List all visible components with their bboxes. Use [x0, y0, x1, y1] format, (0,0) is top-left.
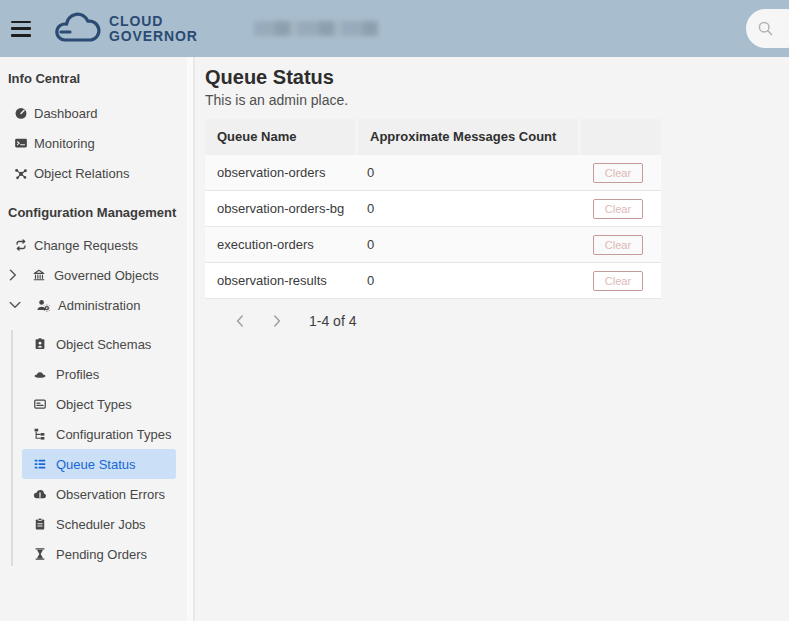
section-title-configuration-management: Configuration Management	[8, 205, 195, 220]
sidebar-item-observation-errors[interactable]: Observation Errors	[22, 479, 176, 509]
sidebar-item-scheduler-jobs[interactable]: Scheduler Jobs	[22, 509, 176, 539]
pagination: 1-4 of 4	[205, 306, 661, 336]
sidebar-item-label: Scheduler Jobs	[56, 517, 146, 532]
sidebar-item-label: Observation Errors	[56, 487, 165, 502]
sidebar-item-monitoring[interactable]: Monitoring	[0, 128, 195, 158]
relations-icon	[14, 166, 28, 180]
sidebar-item-label: Object Types	[56, 397, 132, 412]
cloud-alert-icon	[33, 487, 47, 501]
sidebar-item-configuration-types[interactable]: Configuration Types	[22, 419, 176, 449]
pagination-range-label: 1-4 of 4	[309, 313, 356, 329]
queue-table: Queue Name Approximate Messages Count ob…	[205, 119, 661, 336]
list-icon	[33, 457, 47, 471]
pagination-prev-button[interactable]	[228, 309, 252, 333]
sidebar-nav: Info Central Dashboard Monitoring	[0, 57, 195, 621]
card-icon	[33, 397, 47, 411]
sidebar-item-dashboard[interactable]: Dashboard	[0, 98, 195, 128]
queue-name-cell: observation-results	[205, 273, 355, 288]
section-title-info-central: Info Central	[8, 71, 195, 86]
sidebar-item-label: Object Relations	[34, 166, 129, 181]
sidebar-item-label: Dashboard	[34, 106, 98, 121]
sidebar-item-label: Monitoring	[34, 136, 95, 151]
administration-subtree: Object Schemas Profiles	[22, 329, 176, 569]
sidebar-item-label: Pending Orders	[56, 547, 147, 562]
table-header-row: Queue Name Approximate Messages Count	[205, 119, 661, 155]
hat-icon	[33, 367, 47, 381]
queue-name-cell: execution-orders	[205, 237, 355, 252]
sidebar-item-label: Administration	[58, 298, 140, 313]
sidebar-item-object-relations[interactable]: Object Relations	[0, 158, 195, 188]
sidebar-item-profiles[interactable]: Profiles	[22, 359, 176, 389]
clear-button[interactable]: Clear	[593, 199, 643, 219]
clear-button[interactable]: Clear	[593, 235, 643, 255]
hourglass-icon	[33, 547, 47, 561]
sidebar-item-object-schemas[interactable]: Object Schemas	[22, 329, 176, 359]
brand-line1: CLOUD	[109, 14, 198, 29]
table-row: execution-orders 0 Clear	[205, 227, 661, 263]
messages-count-cell: 0	[355, 165, 575, 180]
messages-count-cell: 0	[355, 237, 575, 252]
brand-line2: GOVERNOR	[109, 29, 198, 44]
sidebar-item-administration[interactable]: Administration	[0, 290, 195, 320]
sidebar-item-label: Queue Status	[56, 457, 136, 472]
search-box[interactable]	[746, 9, 789, 48]
sidebar-item-governed-objects[interactable]: Governed Objects	[0, 260, 195, 290]
sidebar-item-label: Governed Objects	[54, 268, 159, 283]
queue-name-cell: observation-orders	[205, 165, 355, 180]
table-row: observation-results 0 Clear	[205, 263, 661, 299]
table-row: observation-orders 0 Clear	[205, 155, 661, 191]
badge-icon	[33, 337, 47, 351]
pagination-next-button[interactable]	[265, 309, 289, 333]
dashboard-icon	[14, 106, 28, 120]
column-header-messages-count: Approximate Messages Count	[358, 119, 578, 155]
tree-list-icon	[33, 427, 47, 441]
chevron-left-icon	[235, 314, 245, 328]
page-title: Queue Status	[205, 65, 789, 89]
clear-button[interactable]: Clear	[593, 271, 643, 291]
sidebar-item-label: Object Schemas	[56, 337, 151, 352]
sidebar-item-queue-status[interactable]: Queue Status	[22, 449, 176, 479]
swap-arrows-icon	[14, 238, 28, 252]
sidebar-item-label: Profiles	[56, 367, 99, 382]
messages-count-cell: 0	[355, 273, 575, 288]
bank-icon	[32, 268, 46, 282]
messages-count-cell: 0	[355, 201, 575, 216]
admin-user-gear-icon	[36, 298, 50, 312]
monitor-icon	[14, 136, 28, 150]
top-header-bar: CLOUD GOVERNOR	[0, 0, 789, 57]
brand-wordmark: CLOUD GOVERNOR	[109, 14, 198, 44]
cloud-logo-icon	[48, 10, 102, 48]
sidebar-item-pending-orders[interactable]: Pending Orders	[22, 539, 176, 569]
sidebar-item-label: Configuration Types	[56, 427, 171, 442]
sidebar-item-label: Change Requests	[34, 238, 138, 253]
menu-button[interactable]	[11, 21, 31, 37]
page-subtitle: This is an admin place.	[205, 92, 789, 109]
main-content: Queue Status This is an admin place. Que…	[195, 57, 789, 621]
redacted-environment-label	[254, 21, 378, 36]
queue-name-cell: observation-orders-bg	[205, 201, 355, 216]
sidebar-item-object-types[interactable]: Object Types	[22, 389, 176, 419]
chevron-down-icon	[9, 301, 21, 309]
clipboard-icon	[33, 517, 47, 531]
clear-button[interactable]: Clear	[593, 163, 643, 183]
column-header-actions	[581, 119, 661, 155]
chevron-right-icon	[9, 269, 17, 281]
column-header-queue-name: Queue Name	[205, 119, 355, 155]
sidebar-item-change-requests[interactable]: Change Requests	[0, 230, 195, 260]
search-icon	[757, 20, 774, 37]
app-window: CLOUD GOVERNOR Info Central D	[0, 0, 789, 621]
table-row: observation-orders-bg 0 Clear	[205, 191, 661, 227]
chevron-right-icon	[272, 314, 282, 328]
